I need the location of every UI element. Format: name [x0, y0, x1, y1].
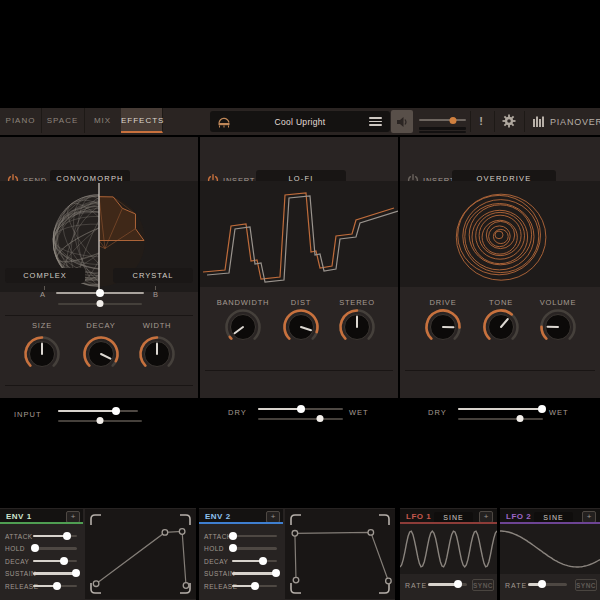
- env-param-slider[interactable]: [33, 569, 77, 578]
- lfo-panel: LFO 1SINE+RATESYNC: [400, 508, 497, 600]
- add-modulation-button[interactable]: +: [66, 511, 80, 523]
- lfo-wave-display: [400, 524, 497, 574]
- lfo-shape-select[interactable]: SINE: [434, 512, 473, 523]
- env-param-label: ATTACK: [204, 533, 232, 540]
- lfo-shape-select[interactable]: SINE: [534, 512, 573, 523]
- lfo-title: LFO 2: [506, 512, 531, 521]
- dry-wet-slider[interactable]: [258, 404, 343, 413]
- decay-knob[interactable]: [79, 332, 123, 376]
- lfo-title: LFO 1: [406, 512, 431, 521]
- wet-label: WET: [349, 408, 369, 417]
- env-param-slider[interactable]: [33, 581, 77, 590]
- preset-selector[interactable]: Cool Upright: [210, 111, 390, 132]
- env-param-slider[interactable]: [232, 531, 277, 540]
- input-label: INPUT: [14, 410, 42, 419]
- separator: [470, 111, 471, 132]
- envelope-graph[interactable]: [285, 509, 395, 599]
- effect-panel-overdrive: INSERT OVERDRIVE DRIVE TONE VOLUME DRY W…: [400, 137, 600, 398]
- env-header: ENV 2+: [199, 509, 283, 522]
- stereo-knob[interactable]: [335, 305, 379, 349]
- gear-icon[interactable]: [502, 114, 516, 128]
- rate-label: RATE: [405, 582, 427, 589]
- alert-button[interactable]: !: [474, 108, 488, 135]
- top-bar: PIANO SPACE MIX EFFECTS Cool Upright: [0, 108, 600, 135]
- speaker-icon: [395, 115, 409, 129]
- separator: [524, 111, 525, 132]
- rate-slider[interactable]: [428, 580, 467, 589]
- env-param-label: HOLD: [5, 545, 25, 552]
- menu-icon[interactable]: [369, 115, 382, 128]
- env-param-slider[interactable]: [33, 531, 77, 540]
- sync-button[interactable]: SYNC: [472, 579, 494, 591]
- wet-label: WET: [549, 408, 569, 417]
- morph-a-label: A: [40, 290, 46, 299]
- size-knob[interactable]: [20, 332, 64, 376]
- env-title: ENV 2: [205, 512, 231, 521]
- rate-slider[interactable]: [528, 580, 567, 589]
- add-modulation-button[interactable]: +: [582, 511, 596, 523]
- overdrive-visualization: [400, 181, 600, 287]
- plugin-window: PIANO SPACE MIX EFFECTS Cool Upright: [0, 0, 600, 600]
- tab-space[interactable]: SPACE: [41, 108, 85, 133]
- decay-knob-label: DECAY: [71, 321, 131, 330]
- env-title: ENV 1: [6, 512, 32, 521]
- lofi-visualization: [200, 181, 398, 287]
- morph-slider[interactable]: [56, 288, 144, 297]
- level-meter-left: [419, 127, 466, 130]
- drive-knob[interactable]: [421, 305, 465, 349]
- logo-icon: [532, 115, 545, 128]
- env-param-label: DECAY: [5, 558, 29, 565]
- lfo-header: LFO 2SINE+: [500, 509, 600, 522]
- env-param-slider[interactable]: [232, 556, 277, 565]
- tab-mix[interactable]: MIX: [84, 108, 122, 133]
- mix-mod-slider[interactable]: [258, 415, 343, 422]
- env-param-label: DECAY: [204, 558, 228, 565]
- env-accent-underline: [0, 522, 83, 524]
- pianoverse-logo: PIANOVERSE: [532, 108, 600, 135]
- divider: [5, 385, 193, 386]
- add-modulation-button[interactable]: +: [479, 511, 493, 523]
- env-panel: ENV 2+ATTACKHOLDDECAYSUSTAINRELEASE: [199, 508, 395, 600]
- add-modulation-button[interactable]: +: [266, 511, 280, 523]
- env-param-slider[interactable]: [33, 544, 77, 553]
- width-knob[interactable]: [135, 332, 179, 376]
- env-param-label: ATTACK: [5, 533, 33, 540]
- piano-icon: [217, 115, 231, 128]
- tab-effects[interactable]: EFFECTS: [121, 108, 163, 133]
- sync-button[interactable]: SYNC: [575, 579, 597, 591]
- bandwidth-knob[interactable]: [221, 305, 265, 349]
- tone-knob[interactable]: [479, 305, 523, 349]
- effect-panel-lofi: INSERT LO-FI BANDWIDTH DIST STEREO DRY W…: [200, 137, 398, 398]
- morph-b-label: B: [153, 290, 159, 299]
- dry-label: DRY: [428, 408, 447, 417]
- crystal-button[interactable]: CRYSTAL: [113, 268, 193, 283]
- width-knob-label: WIDTH: [127, 321, 187, 330]
- lfo-wave-display: [500, 524, 600, 574]
- volume-knob[interactable]: [536, 305, 580, 349]
- env-param-label: SUSTAIN: [5, 570, 36, 577]
- dist-knob[interactable]: [279, 305, 323, 349]
- size-knob-label: SIZE: [12, 321, 72, 330]
- mix-mod-slider[interactable]: [458, 415, 543, 422]
- level-meter-right: [419, 131, 466, 134]
- env-panel: ENV 1+ATTACKHOLDDECAYSUSTAINRELEASE: [0, 508, 196, 600]
- env-param-slider[interactable]: [232, 544, 277, 553]
- env-header: ENV 1+: [0, 509, 83, 522]
- complex-button[interactable]: COMPLEX: [5, 268, 85, 283]
- input-mod-slider[interactable]: [58, 417, 142, 424]
- speaker-button[interactable]: [391, 110, 413, 133]
- morph-mod-slider[interactable]: [58, 300, 142, 307]
- dry-wet-slider[interactable]: [458, 404, 543, 413]
- env-param-slider[interactable]: [232, 581, 277, 590]
- env-param-slider[interactable]: [232, 569, 277, 578]
- input-slider[interactable]: [58, 406, 138, 415]
- preset-name: Cool Upright: [231, 117, 369, 127]
- volume-slider[interactable]: [419, 116, 466, 124]
- envelope-graph[interactable]: [85, 509, 196, 599]
- env-param-slider[interactable]: [33, 556, 77, 565]
- divider: [405, 370, 595, 371]
- tab-piano[interactable]: PIANO: [0, 108, 42, 133]
- dry-label: DRY: [228, 408, 247, 417]
- env-param-label: SUSTAIN: [204, 570, 235, 577]
- lfo-header: LFO 1SINE+: [400, 509, 497, 522]
